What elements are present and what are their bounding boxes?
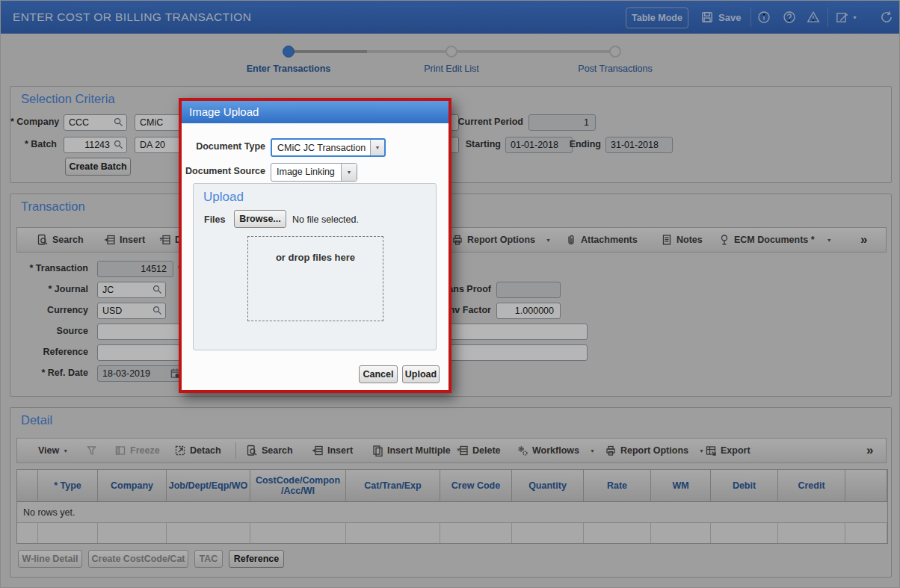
drop-zone-text: or drop files here <box>248 252 383 263</box>
file-drop-zone[interactable]: or drop files here <box>247 236 383 321</box>
dialog-title: Image Upload <box>182 101 449 123</box>
chevron-down-icon: ▼ <box>375 145 380 150</box>
dropdown-button[interactable]: ▼ <box>370 140 384 155</box>
app-window: ENTER COST OR BILLING TRANSACTION Table … <box>0 0 900 588</box>
dialog-body: Document Type CMiC JC Transaction ▼ Docu… <box>182 123 449 390</box>
cancel-button[interactable]: Cancel <box>359 365 398 383</box>
document-type-select[interactable]: CMiC JC Transaction ▼ <box>271 138 386 157</box>
no-file-selected-text: No file selected. <box>292 214 359 225</box>
document-source-label: Document Source <box>182 166 265 176</box>
browse-button[interactable]: Browse... <box>234 210 286 228</box>
chevron-down-icon: ▼ <box>347 170 352 175</box>
files-label: Files <box>204 214 228 225</box>
document-source-select[interactable]: Image Linking ▼ <box>271 163 357 182</box>
upload-button[interactable]: Upload <box>402 365 440 383</box>
dropdown-button[interactable]: ▼ <box>341 164 357 181</box>
upload-panel-title: Upload <box>203 190 244 205</box>
document-type-label: Document Type <box>188 141 265 152</box>
image-upload-dialog: Image Upload Document Type CMiC JC Trans… <box>179 98 451 393</box>
upload-panel: Upload Files Browse... No file selected.… <box>193 183 437 350</box>
